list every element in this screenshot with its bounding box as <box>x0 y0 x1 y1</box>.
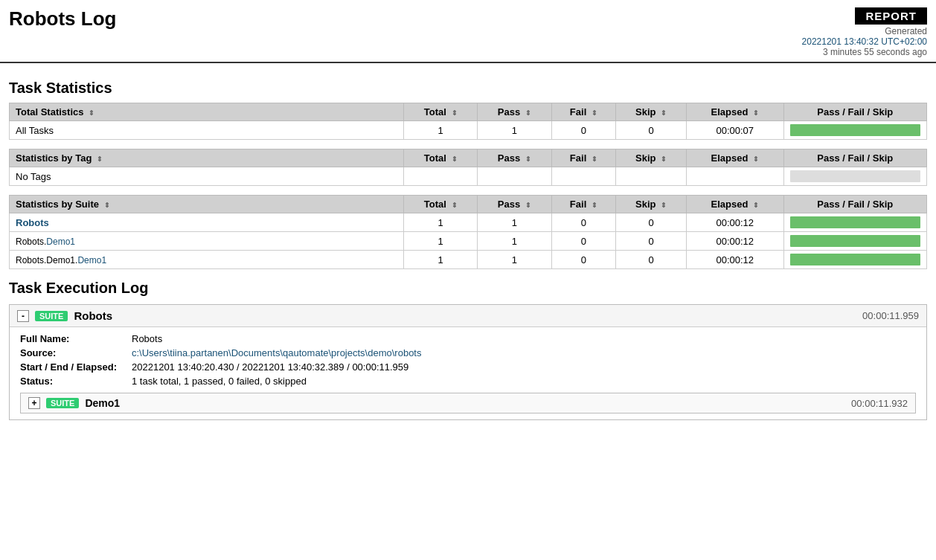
generated-datetime[interactable]: 20221201 13:40:32 UTC+02:00 <box>802 36 927 47</box>
robots-status-row: Status: 1 task total, 1 passed, 0 failed… <box>20 376 916 387</box>
robots-suite-block: - SUITE Robots 00:00:11.959 Full Name: R… <box>9 304 927 420</box>
sort-icon[interactable]: ⇕ <box>89 109 94 117</box>
robots-status-value: 1 task total, 1 passed, 0 failed, 0 skip… <box>132 376 307 387</box>
no-tags-fail <box>551 167 616 186</box>
sort-icon[interactable]: ⇕ <box>592 202 597 209</box>
all-tasks-total: 1 <box>404 121 478 140</box>
robots-demo1-skip: 0 <box>616 232 687 251</box>
empty-bar <box>790 170 920 182</box>
demo1-suite-block: + SUITE Demo1 00:00:11.932 <box>20 393 916 413</box>
robots-total: 1 <box>404 213 478 232</box>
main-content: Task Statistics Total Statistics ⇕ Total… <box>0 63 936 432</box>
suite-stats-col-pass: Pass ⇕ <box>478 196 551 213</box>
total-stats-col-total: Total ⇕ <box>404 103 478 121</box>
sort-icon[interactable]: ⇕ <box>104 202 110 209</box>
generated-label: Generated <box>885 26 927 36</box>
robots-suite-details: Full Name: Robots Source: c:\Users\tiina… <box>10 327 926 419</box>
sort-icon[interactable]: ⇕ <box>753 155 759 163</box>
all-tasks-name: All Tasks <box>10 121 404 140</box>
demo1-suite-header-left: + SUITE Demo1 <box>28 397 120 409</box>
robots-elapsed: 00:00:12 <box>686 213 783 232</box>
no-tags-name: No Tags <box>10 167 404 186</box>
task-statistics-title: Task Statistics <box>9 80 927 97</box>
report-box: REPORT Generated 20221201 13:40:32 UTC+0… <box>802 7 927 57</box>
tag-stats-col-skip: Skip ⇕ <box>616 149 687 167</box>
all-tasks-fail: 0 <box>551 121 616 140</box>
suite-stats-col-fail: Fail ⇕ <box>551 196 616 213</box>
total-stats-col-skip: Skip ⇕ <box>616 103 687 121</box>
robots-toggle-button[interactable]: - <box>17 310 29 322</box>
report-generated: Generated 20221201 13:40:32 UTC+02:00 3 … <box>802 26 927 57</box>
pass-bar <box>790 235 920 247</box>
robots-skip: 0 <box>616 213 687 232</box>
robots-demo1-total: 1 <box>404 232 478 251</box>
robots-demo1-demo1-total: 1 <box>404 251 478 269</box>
all-tasks-elapsed: 00:00:07 <box>686 121 783 140</box>
sort-icon[interactable]: ⇕ <box>592 109 597 117</box>
tag-statistics-table: Statistics by Tag ⇕ Total ⇕ Pass ⇕ Fail … <box>9 149 927 186</box>
robots-demo1-demo1-bar <box>783 251 926 269</box>
robots-startend-row: Start / End / Elapsed: 20221201 13:40:20… <box>20 361 916 373</box>
robots-link[interactable]: Robots <box>16 217 49 228</box>
suite-stats-col-total: Total ⇕ <box>404 196 478 213</box>
all-tasks-bar <box>783 121 926 140</box>
tag-stats-col-elapsed: Elapsed ⇕ <box>686 149 783 167</box>
sort-icon[interactable]: ⇕ <box>592 155 597 163</box>
robots-suite-name: Robots <box>74 309 112 322</box>
sort-icon[interactable]: ⇕ <box>661 155 667 163</box>
suite-statistics-table: Statistics by Suite ⇕ Total ⇕ Pass ⇕ Fai… <box>9 195 927 269</box>
total-stats-col-pass: Pass ⇕ <box>478 103 551 121</box>
total-statistics-table: Total Statistics ⇕ Total ⇕ Pass ⇕ Fail ⇕… <box>9 103 927 140</box>
sort-icon[interactable]: ⇕ <box>452 155 458 163</box>
sort-icon[interactable]: ⇕ <box>753 202 759 209</box>
robots-demo1-demo1-link[interactable]: Demo1 <box>77 255 106 265</box>
robots-fullname-row: Full Name: Robots <box>20 333 916 344</box>
robots-fullname-value: Robots <box>132 333 162 344</box>
suite-stats-col-skip: Skip ⇕ <box>616 196 687 213</box>
table-row: Robots 1 1 0 0 00:00:12 <box>10 213 927 232</box>
sort-icon[interactable]: ⇕ <box>525 202 531 209</box>
robots-demo1-demo1-fail: 0 <box>551 251 616 269</box>
sort-icon[interactable]: ⇕ <box>661 109 667 117</box>
total-stats-col-bar: Pass / Fail / Skip <box>783 103 926 121</box>
no-tags-bar <box>783 167 926 186</box>
all-tasks-pass: 1 <box>478 121 551 140</box>
robots-demo1-suite-name[interactable]: Robots.Demo1 <box>10 232 404 251</box>
execution-log-title: Task Execution Log <box>9 280 927 297</box>
all-tasks-skip: 0 <box>616 121 687 140</box>
sort-icon[interactable]: ⇕ <box>452 202 458 209</box>
robots-source-row: Source: c:\Users\tiina.partanen\Document… <box>20 347 916 358</box>
sort-icon[interactable]: ⇕ <box>97 155 103 163</box>
table-row: No Tags <box>10 167 927 186</box>
tag-stats-col-bar: Pass / Fail / Skip <box>783 149 926 167</box>
robots-demo1-link[interactable]: Demo1 <box>46 236 75 247</box>
tag-stats-col-name: Statistics by Tag ⇕ <box>10 149 404 167</box>
pass-bar <box>790 216 920 228</box>
robots-status-label: Status: <box>20 376 132 387</box>
sort-icon[interactable]: ⇕ <box>525 155 531 163</box>
demo1-suite-badge: SUITE <box>46 398 79 408</box>
execution-log-section: - SUITE Robots 00:00:11.959 Full Name: R… <box>9 304 927 420</box>
robots-suite-header: - SUITE Robots 00:00:11.959 <box>10 305 926 327</box>
robots-suite-header-left: - SUITE Robots <box>17 309 112 322</box>
robots-demo1-demo1-suite-name[interactable]: Robots.Demo1.Demo1 <box>10 251 404 269</box>
sort-icon[interactable]: ⇕ <box>753 109 759 117</box>
sort-icon[interactable]: ⇕ <box>525 109 531 117</box>
robots-demo1-fail: 0 <box>551 232 616 251</box>
total-stats-col-fail: Fail ⇕ <box>551 103 616 121</box>
robots-demo1-demo1-skip: 0 <box>616 251 687 269</box>
demo1-toggle-button[interactable]: + <box>28 397 40 409</box>
robots-source-link[interactable]: c:\Users\tiina.partanen\Documents\qautom… <box>132 347 421 358</box>
sort-icon[interactable]: ⇕ <box>661 202 667 209</box>
robots-source-label: Source: <box>20 347 132 358</box>
demo1-suite-header: + SUITE Demo1 00:00:11.932 <box>21 393 915 413</box>
robots-suite-name[interactable]: Robots <box>10 213 404 232</box>
robots-pass: 1 <box>478 213 551 232</box>
total-stats-col-name: Total Statistics ⇕ <box>10 103 404 121</box>
total-stats-col-elapsed: Elapsed ⇕ <box>686 103 783 121</box>
table-row: Robots.Demo1.Demo1 1 1 0 0 00:00:12 <box>10 251 927 269</box>
sort-icon[interactable]: ⇕ <box>452 109 458 117</box>
robots-startend-value: 20221201 13:40:20.430 / 20221201 13:40:3… <box>132 361 408 373</box>
suite-stats-col-name: Statistics by Suite ⇕ <box>10 196 404 213</box>
robots-suite-elapsed: 00:00:11.959 <box>862 310 919 321</box>
